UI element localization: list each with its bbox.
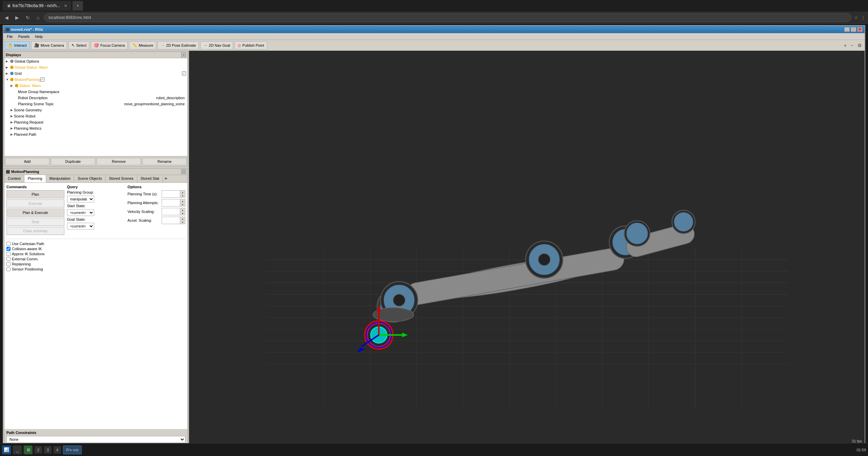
menu-icon[interactable]: ⋮: [861, 15, 865, 20]
displays-collapse[interactable]: −: [181, 52, 186, 57]
taskbar-num-4[interactable]: 4: [54, 446, 61, 454]
global-status-row[interactable]: ▶ Global Status: Warn: [4, 64, 187, 70]
scene-geometry-row[interactable]: ▶ Scene Geometry: [9, 107, 187, 113]
sensor-positioning-checkbox[interactable]: [6, 267, 11, 271]
forward-button[interactable]: ▶: [13, 14, 21, 22]
menu-panels[interactable]: Panels: [16, 34, 32, 39]
status-warn-row[interactable]: ▶ Status: Warn: [9, 83, 187, 89]
grid-checkbox[interactable]: ✓: [182, 71, 186, 75]
grid-row[interactable]: ▶ Grid ✓: [4, 70, 187, 77]
add-button[interactable]: Add: [5, 158, 49, 165]
pose-estimate-button[interactable]: → 2D Pose Estimate: [158, 41, 199, 49]
planning-attempts-up[interactable]: ▲: [180, 199, 185, 203]
home-button[interactable]: ⌂: [35, 14, 41, 22]
planning-attempts-down[interactable]: ▼: [180, 203, 185, 206]
accel-scaling-input[interactable]: 1.00: [162, 217, 180, 224]
plan-button[interactable]: Plan: [6, 190, 64, 198]
planning-attempts-input[interactable]: 10: [162, 199, 180, 207]
menu-file[interactable]: File: [5, 34, 15, 39]
velocity-down[interactable]: ▼: [180, 212, 185, 215]
taskbar: 📊 _ 🖥 2 3 4 R¹x rviz 01:59: [0, 443, 868, 456]
motion-planning-expand: ▼: [6, 78, 9, 81]
bookmark-icon[interactable]: ☆: [854, 15, 858, 20]
minimize-button[interactable]: _: [844, 27, 850, 32]
active-tab[interactable]: 🖥 fce75c70bc6a:99 - noVh... ✕: [3, 1, 71, 10]
tab-icon: 🖥: [7, 4, 11, 8]
collision-aware-checkbox[interactable]: [6, 247, 11, 251]
approx-ik-checkbox[interactable]: [6, 252, 11, 256]
accel-down[interactable]: ▼: [180, 220, 185, 224]
svg-rect-0: [266, 51, 788, 445]
start-state-select-row: <current>: [67, 209, 125, 216]
maximize-button[interactable]: □: [851, 27, 856, 32]
tab-context[interactable]: Context: [4, 175, 24, 182]
viewport[interactable]: ◀: [189, 51, 865, 445]
execute-button[interactable]: Execute: [6, 199, 64, 208]
scene-robot-row[interactable]: ▶ Scene Robot: [9, 113, 187, 119]
address-input[interactable]: [44, 13, 851, 22]
planning-metrics-row[interactable]: ▶ Planning Metrics: [9, 125, 187, 131]
taskbar-icon-3[interactable]: 🖥: [24, 446, 33, 454]
tab-planning[interactable]: Planning: [24, 175, 46, 182]
nav-goal-button[interactable]: → 2D Nav Goal: [200, 41, 233, 49]
close-button[interactable]: ✕: [857, 27, 863, 32]
replanning-checkbox[interactable]: [6, 262, 11, 266]
global-options-expand: ▶: [6, 60, 9, 63]
back-button[interactable]: ◀: [3, 14, 11, 22]
remove-button[interactable]: Remove: [97, 158, 141, 165]
motion-planning-checkbox[interactable]: ✓: [40, 78, 44, 82]
accel-up[interactable]: ▲: [180, 217, 185, 220]
start-state-select[interactable]: <current>: [67, 209, 94, 216]
close-icon[interactable]: ✕: [64, 4, 67, 8]
tab-manipulation[interactable]: Manipulation: [46, 175, 74, 182]
new-tab-btn[interactable]: +: [73, 1, 83, 10]
planned-path-expand: ▶: [11, 133, 14, 136]
taskbar-num-3[interactable]: 3: [44, 446, 51, 454]
menu-help[interactable]: Help: [33, 34, 45, 39]
external-comm-checkbox[interactable]: [6, 257, 11, 261]
fps-counter: 31 fps: [852, 439, 862, 443]
motion-panel-icon: ⬛: [6, 170, 10, 174]
planning-time-up[interactable]: ▲: [180, 191, 185, 194]
focus-camera-button[interactable]: 🎯 Focus Camera: [91, 41, 128, 49]
velocity-scaling-input[interactable]: 1.00: [162, 208, 180, 215]
planning-request-expand: ▶: [11, 121, 14, 124]
select-button[interactable]: ↖ Select: [68, 41, 90, 49]
tab-stored-scenes[interactable]: Stored Scenes: [106, 175, 137, 182]
zoom-out-button[interactable]: −: [849, 42, 855, 49]
publish-point-button[interactable]: ◎ Publish Point: [234, 41, 267, 49]
planning-group-select[interactable]: manipulator: [67, 196, 94, 202]
taskbar-audio-icon[interactable]: 📊: [2, 446, 11, 454]
reload-button[interactable]: ↻: [24, 14, 32, 22]
use-cartesian-checkbox[interactable]: [6, 242, 11, 246]
planning-time-input[interactable]: 5.0: [162, 190, 180, 198]
use-cartesian-row: Use Cartesian Path: [6, 242, 185, 246]
velocity-up[interactable]: ▲: [180, 208, 185, 212]
interact-button[interactable]: ✋ Interact: [5, 41, 30, 49]
planning-request-row[interactable]: ▶ Planning Request: [9, 119, 187, 125]
taskbar-num-2[interactable]: 2: [35, 446, 42, 454]
plan-execute-button[interactable]: Plan & Execute: [6, 209, 64, 217]
measure-button[interactable]: 📏 Measure: [129, 41, 156, 49]
tab-more[interactable]: ▶: [163, 175, 170, 182]
settings-button[interactable]: ⚙: [856, 42, 863, 49]
tab-scene-objects[interactable]: Scene Objects: [74, 175, 106, 182]
svg-point-35: [627, 223, 648, 244]
duplicate-button[interactable]: Duplicate: [51, 158, 95, 165]
planned-path-row[interactable]: ▶ Planned Path: [9, 131, 187, 137]
taskbar-icon-2[interactable]: _: [13, 446, 22, 454]
path-constraints-select[interactable]: None: [6, 436, 185, 443]
rename-button[interactable]: Rename: [142, 158, 187, 165]
planning-group-label: Planning Group:: [67, 190, 94, 194]
motion-panel-collapse[interactable]: □: [181, 169, 186, 174]
global-options-row[interactable]: ▶ Global Options: [4, 58, 187, 64]
stop-button[interactable]: Stop: [6, 218, 64, 226]
taskbar-rviz-app[interactable]: R¹x rviz: [63, 446, 82, 454]
move-camera-button[interactable]: 🎥 Move Camera: [31, 41, 67, 49]
goal-state-select[interactable]: <current>: [67, 223, 94, 230]
zoom-in-button[interactable]: +: [843, 42, 848, 49]
tab-stored-stat[interactable]: Stored Stat: [137, 175, 163, 182]
motion-planning-row[interactable]: ▼ MotionPlanning ✓: [4, 77, 187, 83]
clear-octomap-button[interactable]: Clear octomap: [6, 227, 64, 235]
planning-time-down[interactable]: ▼: [180, 194, 185, 197]
